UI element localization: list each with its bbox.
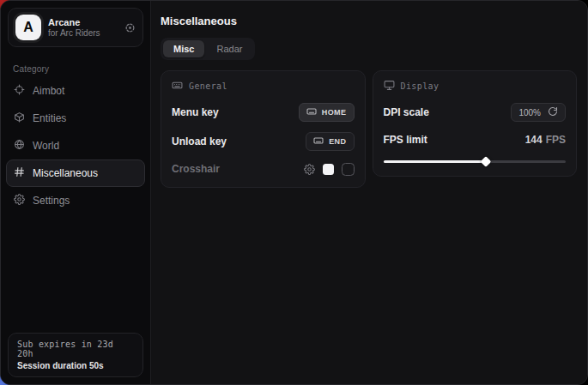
keyboard-icon — [306, 106, 317, 118]
unload-key-row: Unload key END — [172, 132, 355, 151]
app-title: Arcane — [48, 17, 118, 28]
dpi-scale-row: DPI scale 100% — [384, 103, 567, 122]
crosshair-controls — [304, 163, 355, 176]
slider-thumb[interactable] — [480, 156, 491, 167]
sidebar-item-label: Aimbot — [33, 85, 64, 97]
slider-fill — [384, 160, 486, 163]
crosshair-label: Crosshair — [172, 163, 220, 175]
menu-key-label: Menu key — [172, 106, 219, 118]
display-card: Display DPI scale 100% — [373, 70, 578, 177]
tab-group: Misc Radar — [161, 38, 255, 60]
display-card-title: Display — [401, 81, 439, 91]
menu-key-value: HOME — [322, 108, 347, 117]
crosshair-color-swatch[interactable] — [323, 164, 334, 175]
crosshair-row: Crosshair — [172, 161, 355, 177]
sidebar-item-label: Miscellaneous — [33, 167, 98, 179]
cards-row: General Menu key HOME — [161, 70, 577, 188]
dpi-scale-value: 100% — [518, 108, 541, 117]
crosshair-settings-gear-icon[interactable] — [304, 164, 315, 175]
crosshair-icon — [14, 84, 25, 98]
session-duration-text: Session duration 50s — [17, 361, 134, 370]
keyboard-icon — [313, 135, 324, 147]
fps-limit-slider[interactable] — [384, 157, 567, 165]
fps-limit-value: 144FPS — [525, 134, 566, 146]
unload-key-label: Unload key — [172, 135, 227, 147]
fps-unit: FPS — [546, 134, 566, 146]
sidebar: A Arcane for Arc Riders Category — [1, 1, 151, 384]
app-logo: A — [15, 15, 41, 40]
sync-icon[interactable] — [124, 22, 136, 33]
entities-icon — [14, 111, 25, 125]
fps-limit-row: FPS limit 144FPS — [384, 132, 567, 147]
general-card: General Menu key HOME — [161, 70, 366, 188]
sidebar-item-label: Settings — [33, 195, 70, 207]
sidebar-item-label: Entities — [33, 112, 66, 124]
app-window: A Arcane for Arc Riders Category — [0, 0, 588, 385]
sidebar-item-miscellaneous[interactable]: Miscellaneous — [6, 159, 145, 187]
category-label: Category — [13, 64, 150, 74]
screen: A Arcane for Arc Riders Category — [0, 0, 588, 385]
unload-key-bind-button[interactable]: END — [306, 132, 354, 151]
unload-key-value: END — [329, 137, 346, 146]
general-card-title: General — [189, 81, 227, 91]
keyboard-icon — [172, 80, 183, 93]
refresh-icon — [548, 106, 558, 118]
subscription-card: Sub expires in 23d 20h Session duration … — [8, 333, 143, 377]
app-subtitle: for Arc Riders — [48, 28, 118, 39]
tab-misc[interactable]: Misc — [163, 40, 204, 57]
menu-key-row: Menu key HOME — [172, 103, 355, 122]
dpi-scale-label: DPI scale — [384, 106, 429, 118]
fps-limit-label: FPS limit — [384, 134, 427, 146]
sidebar-nav: Aimbot Entities — [1, 77, 150, 214]
dpi-scale-control[interactable]: 100% — [511, 103, 566, 122]
profile-card[interactable]: A Arcane for Arc Riders — [8, 8, 143, 47]
sidebar-item-world[interactable]: World — [6, 132, 145, 159]
display-card-header: Display — [384, 80, 567, 93]
sidebar-item-entities[interactable]: Entities — [6, 105, 145, 132]
crosshair-checkbox[interactable] — [342, 163, 355, 176]
sidebar-item-settings[interactable]: Settings — [6, 187, 145, 214]
monitor-icon — [384, 80, 395, 93]
tab-radar[interactable]: Radar — [206, 40, 252, 57]
menu-key-bind-button[interactable]: HOME — [299, 103, 355, 122]
general-card-header: General — [172, 80, 355, 93]
sidebar-item-label: World — [33, 140, 59, 152]
sidebar-item-aimbot[interactable]: Aimbot — [6, 77, 145, 105]
gear-icon — [14, 194, 25, 208]
page-title: Miscellaneous — [161, 15, 577, 27]
grid-icon — [14, 166, 25, 180]
profile-text: Arcane for Arc Riders — [48, 17, 118, 38]
main-content: Miscellaneous Misc Radar General — [151, 1, 587, 384]
sub-expiry-text: Sub expires in 23d 20h — [17, 340, 134, 358]
globe-icon — [14, 139, 25, 153]
